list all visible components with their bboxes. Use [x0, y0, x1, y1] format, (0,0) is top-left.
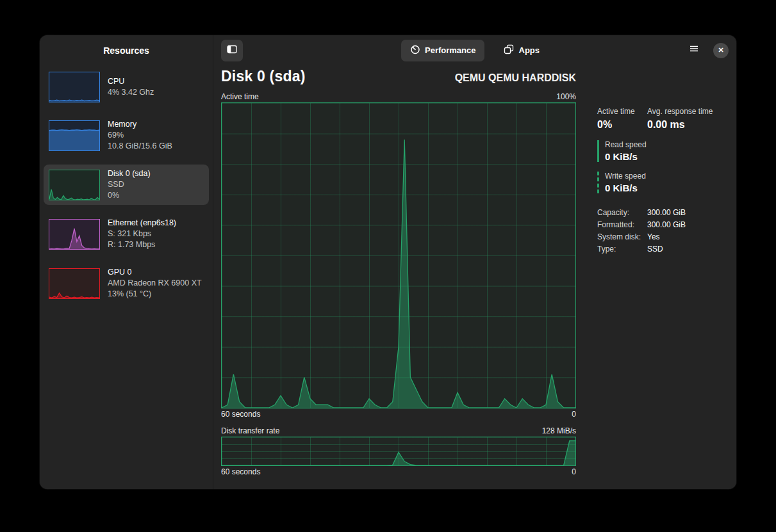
- sidebar-toggle-button[interactable]: [221, 40, 243, 61]
- memory-sparkline: [49, 120, 100, 151]
- spec-label: System disk:: [597, 232, 647, 241]
- sidebar-item-name: CPU: [108, 76, 154, 87]
- transfer-rate-chart-label: Disk transfer rate: [221, 426, 279, 435]
- resources-app-window: Resources CPU4% 3.42 GhzMemory69%10.8 Gi…: [40, 35, 736, 489]
- window-controls: ✕: [684, 40, 729, 61]
- sidebar-item-gpu[interactable]: GPU 0AMD Radeon RX 6900 XT13% (51 °C): [44, 263, 209, 303]
- speedometer-icon: [410, 44, 420, 56]
- sidebar-item-disk[interactable]: Disk 0 (sda)SSD0%: [44, 165, 209, 205]
- sidebar-item-name: Disk 0 (sda): [108, 168, 151, 179]
- active-time-x-right: 0: [572, 410, 576, 419]
- read-speed-block: Read speed 0 KiB/s: [597, 140, 732, 162]
- spec-label: Formatted:: [597, 220, 647, 229]
- tab-performance-label: Performance: [425, 45, 475, 55]
- apps-icon: [504, 44, 514, 56]
- sidebar-item-text: Memory69%10.8 GiB/15.6 GiB: [108, 119, 172, 152]
- sidebar-item-name: Memory: [108, 119, 172, 130]
- sidebar-item-text: Disk 0 (sda)SSD0%: [108, 168, 151, 201]
- sidebar-item-subline: 10.8 GiB/15.6 GiB: [108, 141, 172, 152]
- active-time-stat-label: Active time: [597, 107, 647, 116]
- tab-apps[interactable]: Apps: [495, 40, 549, 61]
- active-time-chart: [221, 102, 576, 408]
- ethernet-sparkline: [49, 219, 100, 250]
- write-speed-block: Write speed 0 KiB/s: [597, 172, 732, 193]
- transfer-rate-chart: [221, 437, 576, 466]
- disk-specs: Capacity:300.00 GiBFormatted:300.00 GiBS…: [597, 208, 732, 254]
- view-switcher: Performance Apps: [401, 40, 549, 61]
- charts-column: Disk 0 (sda) QEMU QEMU HARDDISK Active t…: [221, 65, 576, 489]
- sidebar-item-text: GPU 0AMD Radeon RX 6900 XT13% (51 °C): [108, 267, 202, 300]
- spec-value: Yes: [647, 232, 732, 241]
- details-panel: Active time Avg. response time 0% 0.00 m…: [576, 65, 736, 489]
- read-speed-value: 0 KiB/s: [605, 151, 732, 162]
- disk-sparkline: [49, 170, 100, 200]
- sidebar-item-text: CPU4% 3.42 Ghz: [108, 76, 154, 98]
- spec-label: Type:: [597, 245, 647, 254]
- spec-value: 300.00 GiB: [647, 220, 732, 229]
- main-area: Performance Apps: [213, 35, 736, 489]
- device-name: QEMU QEMU HARDDISK: [455, 72, 576, 84]
- active-time-x-left: 60 seconds: [221, 410, 260, 419]
- tab-apps-label: Apps: [518, 45, 540, 55]
- sidebar-item-memory[interactable]: Memory69%10.8 GiB/15.6 GiB: [44, 115, 209, 156]
- sidebar-title: Resources: [40, 35, 213, 65]
- sidebar-list: CPU4% 3.42 GhzMemory69%10.8 GiB/15.6 GiB…: [40, 65, 213, 306]
- avg-response-stat-label: Avg. response time: [647, 107, 732, 116]
- close-icon: ✕: [718, 46, 723, 54]
- hamburger-menu-button[interactable]: [684, 40, 704, 61]
- headerbar: Performance Apps: [213, 35, 736, 65]
- sidebar: Resources CPU4% 3.42 GhzMemory69%10.8 Gi…: [40, 35, 213, 489]
- write-speed-value: 0 KiB/s: [605, 182, 732, 193]
- performance-view: Disk 0 (sda) QEMU QEMU HARDDISK Active t…: [213, 65, 736, 489]
- transfer-rate-x-left: 60 seconds: [221, 467, 260, 476]
- transfer-rate-chart-max: 128 MiB/s: [542, 426, 576, 435]
- close-window-button[interactable]: ✕: [713, 43, 729, 58]
- transfer-rate-x-right: 0: [572, 467, 576, 476]
- sidebar-item-subline: 0%: [108, 190, 151, 201]
- sidebar-item-subline: SSD: [108, 179, 151, 190]
- write-speed-label: Write speed: [605, 172, 732, 181]
- sidebar-item-subline: 4% 3.42 Ghz: [108, 87, 154, 98]
- sidebar-item-text: Ethernet (enp6s18)S: 321 KbpsR: 1.73 Mbp…: [108, 218, 176, 250]
- spec-value: SSD: [647, 245, 732, 254]
- page-title: Disk 0 (sda): [221, 68, 306, 85]
- spec-value: 300.00 GiB: [647, 208, 732, 217]
- tab-performance[interactable]: Performance: [401, 40, 484, 61]
- hamburger-menu-icon: [689, 44, 699, 56]
- sidebar-toggle-icon: [227, 44, 237, 56]
- sidebar-item-cpu[interactable]: CPU4% 3.42 Ghz: [44, 68, 209, 106]
- spec-label: Capacity:: [597, 208, 647, 217]
- sidebar-item-subline: R: 1.73 Mbps: [108, 239, 176, 250]
- avg-response-stat-value: 0.00 ms: [647, 119, 732, 131]
- active-time-stat-value: 0%: [597, 119, 647, 131]
- sidebar-item-subline: S: 321 Kbps: [108, 229, 176, 239]
- active-time-chart-label: Active time: [221, 92, 259, 101]
- sidebar-item-subline: AMD Radeon RX 6900 XT: [108, 278, 202, 289]
- gpu-sparkline: [49, 268, 100, 299]
- sidebar-item-name: Ethernet (enp6s18): [108, 218, 176, 229]
- sidebar-item-name: GPU 0: [108, 267, 202, 278]
- cpu-sparkline: [49, 72, 100, 102]
- sidebar-item-ethernet[interactable]: Ethernet (enp6s18)S: 321 KbpsR: 1.73 Mbp…: [44, 214, 209, 254]
- read-speed-label: Read speed: [605, 140, 732, 149]
- active-time-chart-max: 100%: [556, 92, 576, 101]
- sidebar-item-subline: 13% (51 °C): [108, 289, 202, 300]
- sidebar-item-subline: 69%: [108, 130, 172, 141]
